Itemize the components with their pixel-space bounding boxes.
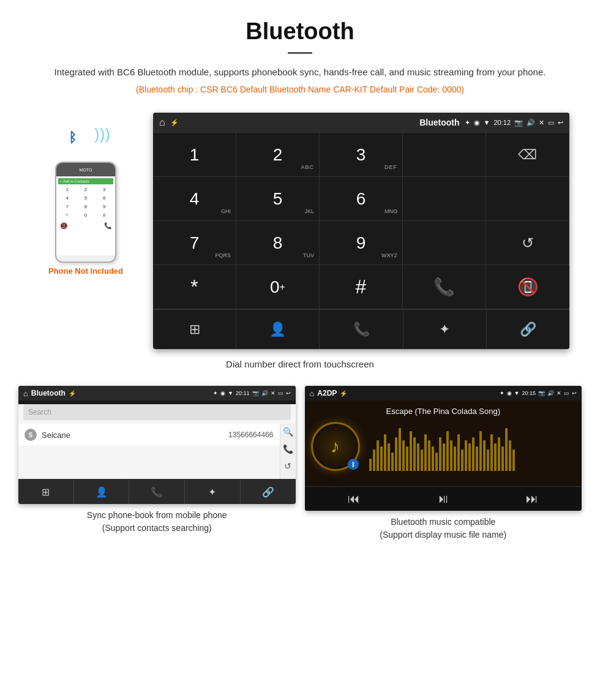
phone-screen: + Add to Contacts 123 456 789 *0# 📵 📞 [56,176,115,255]
dial-key-1[interactable]: 1 [153,133,236,177]
wifi-signal-icon: ))) [94,125,110,144]
back-icon[interactable]: ↩ [558,119,563,127]
music-album-area: ♪ ᛒ [311,422,576,471]
dial-key-8[interactable]: 8 TUV [236,221,320,265]
title-divider [288,52,312,54]
bt-badge: ᛒ [348,459,359,470]
music-caption: Bluetooth music compatible(Support displ… [380,516,506,541]
bottom-dialpad-icon[interactable]: ⊞ [153,310,236,349]
dial-call-button[interactable]: 📞 [403,265,486,309]
close-icon[interactable]: ✕ [539,119,544,127]
contact-number: 13566664466 [228,431,273,439]
dial-key-6[interactable]: 6 MNO [320,177,403,221]
dial-backspace[interactable]: ⌫ [486,133,569,177]
music-controls: ⏮ ⏯ ⏭ [305,486,582,511]
car-bottom-bar: ⊞ 👤 📞 ✦ 🔗 [153,309,569,349]
contact-name: Seicane [42,431,223,440]
dial-key-hash[interactable]: # [320,265,403,309]
music-content: Escape (The Pina Colada Song) ♪ ᛒ [305,401,582,486]
dial-key-4[interactable]: 4 GHI [153,177,236,221]
music-home-icon[interactable]: ⌂ [310,389,315,398]
pb-close-icon[interactable]: ✕ [271,390,276,396]
dial-key-5[interactable]: 5 JKL [236,177,320,221]
pb-back-icon[interactable]: ↩ [286,390,291,396]
pb-cam-icon[interactable]: 📷 [252,390,259,396]
dial-key-0[interactable]: 0+ [236,265,320,309]
music-loc-icon: ◉ [507,390,512,396]
pb-home-icon[interactable]: ⌂ [23,389,28,398]
pb-phone-btn[interactable]: 📞 [129,480,185,504]
phone-top-text: MOTO [80,168,92,172]
phonebook-search[interactable]: Search [23,404,291,420]
dialpad-grid: 1 2 ABC 3 DEF ⌫ 4 GHI 5 JKL 6 MNO [153,132,569,309]
music-screen: ⌂ A2DP ⚡ ✦ ◉ ▼ 20:15 📷 🔊 ✕ ▭ ↩ [305,386,582,511]
dial-key-9[interactable]: 9 WXYZ [320,221,403,265]
car-status-left: ⌂ ⚡ [159,117,414,128]
car-status-bar: ⌂ ⚡ Bluetooth ✦ ◉ ▼ 20:12 📷 🔊 ✕ ▭ ↩ [153,113,569,132]
car-head-unit-screen: ⌂ ⚡ Bluetooth ✦ ◉ ▼ 20:12 📷 🔊 ✕ ▭ ↩ 1 [153,113,569,349]
bottom-contacts-icon[interactable]: 👤 [236,310,320,349]
pb-contacts-btn[interactable]: 👤 [74,480,130,504]
dial-empty-2 [403,177,486,221]
music-cam-icon[interactable]: 📷 [538,390,545,396]
phonebook-right-icons: 🔍 📞 ↺ [280,424,296,479]
music-time: 20:15 [522,390,536,396]
music-back-icon[interactable]: ↩ [572,390,577,396]
dial-key-3[interactable]: 3 DEF [320,133,403,177]
bluetooth-signal-icon: ᛒ [69,130,77,146]
phone-illustration: ))) ᛒ MOTO + Add to Contacts 123 456 789… [31,125,141,276]
pb-loc-icon: ◉ [220,390,225,396]
pb-search-icon[interactable]: 🔍 [283,427,293,437]
dial-empty-4 [403,221,486,265]
bottom-screenshots: ⌂ Bluetooth ⚡ ✦ ◉ ▼ 20:11 📷 🔊 ✕ ▭ ↩ [0,386,600,554]
music-signal-icon: ▼ [514,390,520,396]
dial-caption: Dial number direct from touchscreen [0,359,600,369]
pb-win-icon[interactable]: ▭ [278,390,283,396]
home-icon[interactable]: ⌂ [159,117,165,128]
camera-icon[interactable]: 📷 [514,119,523,127]
bluetooth-specs: (Bluetooth chip : CSR BC6 Default Blueto… [37,85,563,94]
phone-dialpad: 123 456 789 *0# [58,186,113,219]
car-screen-title: Bluetooth [419,118,459,127]
pb-vol-icon[interactable]: 🔊 [261,390,268,396]
signal-icon: ▼ [484,119,490,126]
phonebook-content: Search S Seicane 13566664466 🔍 📞 ↺ [18,404,296,504]
phone-contact-header: + Add to Contacts [58,178,113,184]
pb-bt-btn[interactable]: ✦ [185,480,241,504]
volume-icon[interactable]: 🔊 [527,119,535,127]
next-button[interactable]: ⏭ [526,492,538,506]
music-title: A2DP [317,389,337,397]
phone-top-bar: MOTO [56,163,115,176]
page-title: Bluetooth [37,18,563,45]
pb-dialpad-btn[interactable]: ⊞ [18,480,74,504]
dial-key-star[interactable]: * [153,265,236,309]
location-icon: ◉ [474,119,480,127]
contact-row[interactable]: S Seicane 13566664466 [18,424,280,446]
music-win-icon[interactable]: ▭ [564,390,569,396]
bottom-link-icon[interactable]: 🔗 [487,310,569,349]
play-pause-button[interactable]: ⏯ [437,492,449,506]
pb-link-btn[interactable]: 🔗 [241,480,296,504]
dial-end-button[interactable]: 📵 [486,265,569,309]
prev-button[interactable]: ⏮ [348,492,360,506]
pb-call-icon[interactable]: 📞 [283,444,293,454]
bottom-bluetooth-icon[interactable]: ✦ [403,310,487,349]
dial-key-2[interactable]: 2 ABC [236,133,320,177]
pb-reload-icon[interactable]: ↺ [284,461,291,471]
dial-reload[interactable]: ↺ [486,221,569,265]
music-close-icon[interactable]: ✕ [557,390,561,396]
time-display: 20:12 [493,119,511,126]
phonebook-status-bar: ⌂ Bluetooth ⚡ ✦ ◉ ▼ 20:11 📷 🔊 ✕ ▭ ↩ [18,386,296,401]
album-art-wrapper: ♪ ᛒ [311,422,360,471]
dial-key-7[interactable]: 7 PQRS [153,221,236,265]
usb-icon: ⚡ [170,119,179,127]
phonebook-content-area: S Seicane 13566664466 🔍 📞 ↺ [18,424,296,479]
bluetooth-status-icon: ✦ [465,119,470,127]
pb-title: Bluetooth [31,389,66,397]
music-block: ⌂ A2DP ⚡ ✦ ◉ ▼ 20:15 📷 🔊 ✕ ▭ ↩ [305,386,582,541]
music-vol-icon[interactable]: 🔊 [547,390,554,396]
dial-empty-1 [403,133,486,177]
window-icon[interactable]: ▭ [548,119,554,127]
bottom-phone-icon[interactable]: 📞 [320,310,403,349]
phonebook-list: S Seicane 13566664466 [18,424,280,479]
